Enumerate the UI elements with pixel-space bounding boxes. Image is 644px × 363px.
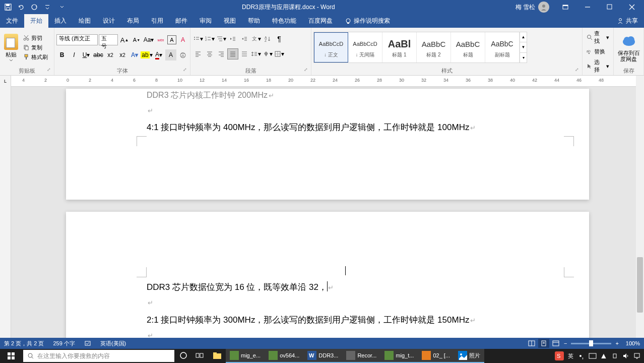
menu-design[interactable]: 设计 <box>97 14 121 28</box>
task-app-02[interactable]: 02_ [... <box>418 349 454 363</box>
font-color-button[interactable]: A▾ <box>153 49 164 60</box>
paste-button[interactable]: 粘贴 <box>2 34 20 62</box>
ruler-h-track[interactable]: 8642024681012141618202224262830323436384… <box>11 76 644 86</box>
superscript-button[interactable]: x2 <box>117 49 128 60</box>
align-right-button[interactable] <box>216 48 227 59</box>
menu-references[interactable]: 引用 <box>145 14 169 28</box>
enclose-char-button[interactable]: ㊂ <box>177 49 188 60</box>
tray-notif-icon[interactable] <box>632 351 642 361</box>
borders-button[interactable]: ▾ <box>274 48 285 59</box>
tray-ime[interactable]: S <box>554 351 564 361</box>
text-effects-button[interactable]: A▾ <box>129 49 140 60</box>
font-family-select[interactable]: 等线 (西文正 <box>56 34 98 45</box>
maximize-button[interactable] <box>600 0 620 14</box>
style-nospacing[interactable]: AaBbCcD↓ 无间隔 <box>348 32 382 63</box>
bullets-button[interactable]: ▾ <box>192 33 204 44</box>
cut-button[interactable]: 剪切 <box>22 34 49 42</box>
shrink-font-button[interactable]: A▼ <box>131 34 142 45</box>
menu-file[interactable]: 文件 <box>0 14 24 28</box>
task-app-migt[interactable]: mig_t... <box>380 349 418 363</box>
menu-view[interactable]: 视图 <box>218 14 242 28</box>
doc-line[interactable]: ↵ <box>147 296 508 309</box>
view-web-button[interactable] <box>550 339 561 348</box>
shading-button[interactable]: ▾ <box>262 48 273 59</box>
find-button[interactable]: 查找▾ <box>585 29 611 46</box>
zoom-out-button[interactable]: − <box>562 340 569 346</box>
tell-me[interactable]: 操作说明搜索 <box>339 14 396 28</box>
font-size-select[interactable]: 五号 <box>99 34 118 45</box>
menu-review[interactable]: 审阅 <box>194 14 218 28</box>
doc-line[interactable]: DDR3 芯片内核工作时钟 200MHz↵ <box>147 89 508 102</box>
tray-keyboard[interactable] <box>588 351 598 361</box>
tray-network-icon[interactable] <box>610 351 620 361</box>
align-left-button[interactable] <box>192 48 204 59</box>
doc-line[interactable]: 4:1 接口时钟频率为 400MHz，那么读写的数据到用户逻辑侧，工作时钟就是 … <box>147 120 508 134</box>
task-app-word[interactable]: WDDR3... <box>303 349 342 363</box>
tab-selector[interactable]: L <box>0 76 11 87</box>
task-taskview[interactable] <box>191 349 209 363</box>
qat-dropdown[interactable] <box>58 1 66 13</box>
user-account[interactable]: 梅 雪松 <box>511 2 553 13</box>
status-page[interactable]: 第 2 页，共 2 页 <box>4 340 44 347</box>
clipboard-expand-icon[interactable]: ⤢ <box>47 67 51 72</box>
zoom-handle[interactable] <box>589 340 593 346</box>
doc-line[interactable]: DDR3 芯片数据位宽为 16 位，既等效单沿 32，↵ <box>147 280 508 294</box>
line-spacing-button[interactable]: ▾ <box>250 48 262 59</box>
status-language[interactable]: 英语(美国) <box>100 340 126 347</box>
task-app-ov[interactable]: ov564... <box>265 349 303 363</box>
para-expand-icon[interactable]: ⤢ <box>304 67 308 72</box>
font-expand-icon[interactable]: ⤢ <box>183 67 187 72</box>
align-center-button[interactable] <box>204 48 215 59</box>
menu-special[interactable]: 特色功能 <box>266 14 302 28</box>
status-proofing-icon[interactable] <box>84 340 91 347</box>
style-heading1[interactable]: AaBl标题 1 <box>382 32 417 63</box>
select-button[interactable]: 选择▾ <box>585 57 611 75</box>
strikethrough-button[interactable]: abc <box>93 49 104 60</box>
zoom-in-button[interactable]: + <box>613 340 620 346</box>
document-scroll[interactable]: DDR3 芯片内核工作时钟 200MHz↵ ↵ 4:1 接口时钟频率为 400M… <box>11 87 644 349</box>
task-cortana[interactable] <box>175 349 191 363</box>
styles-scroll-up[interactable]: ▲ <box>520 32 527 42</box>
distribute-button[interactable] <box>239 48 250 59</box>
styles-expand[interactable]: ▾ <box>520 53 527 63</box>
menu-baidu[interactable]: 百度网盘 <box>302 14 339 28</box>
redo-button[interactable] <box>28 1 40 13</box>
menu-home[interactable]: 开始 <box>24 14 48 28</box>
task-app-mig[interactable]: mig_e... <box>226 349 265 363</box>
minimize-button[interactable] <box>577 0 598 14</box>
highlight-button[interactable]: ab▾ <box>141 49 152 60</box>
asian-layout-button[interactable]: 文▾ <box>250 33 262 44</box>
qat-more-button[interactable] <box>41 1 53 13</box>
status-words[interactable]: 259 个字 <box>53 340 75 347</box>
share-button[interactable]: 共享 <box>611 17 644 25</box>
view-print-button[interactable] <box>538 339 549 348</box>
copy-button[interactable]: 复制 <box>22 43 49 52</box>
sort-button[interactable]: AZ <box>262 33 273 44</box>
phonetic-guide-button[interactable]: wén <box>155 34 166 45</box>
menu-mailings[interactable]: 邮件 <box>169 14 194 28</box>
char-border-button[interactable]: A <box>167 35 176 44</box>
bold-button[interactable]: B <box>56 49 68 60</box>
show-marks-button[interactable]: ¶ <box>274 33 285 44</box>
increase-indent-button[interactable] <box>239 33 250 44</box>
tray-lang[interactable]: 英 <box>565 351 575 361</box>
numbering-button[interactable]: 12▾ <box>204 33 215 44</box>
menu-layout[interactable]: 布局 <box>121 14 145 28</box>
ruler-vertical[interactable] <box>0 87 11 349</box>
undo-button[interactable] <box>15 1 27 13</box>
zoom-slider[interactable] <box>571 343 611 344</box>
scrollbar-vertical[interactable] <box>636 76 644 349</box>
scrollbar-thumb[interactable] <box>637 257 643 313</box>
change-case-button[interactable]: Aa▾ <box>143 34 154 45</box>
format-painter-button[interactable]: 格式刷 <box>22 53 49 62</box>
style-normal[interactable]: AaBbCcD↓ 正文 <box>314 32 348 63</box>
task-app-recor[interactable]: Recor... <box>342 349 380 363</box>
taskbar-search[interactable]: 在这里输入你要搜救的内容 <box>23 350 174 362</box>
underline-button[interactable]: U▾ <box>81 49 92 60</box>
start-button[interactable] <box>0 349 22 363</box>
char-shading-button[interactable]: A <box>165 49 176 60</box>
menu-insert[interactable]: 插入 <box>48 14 73 28</box>
decrease-indent-button[interactable] <box>227 33 238 44</box>
tray-up-icon[interactable]: ▲ <box>599 351 609 361</box>
doc-line[interactable]: 2:1 接口时钟频率为 300MHz，那么读写的数据到用户逻辑侧，工作时钟就是 … <box>147 313 508 327</box>
